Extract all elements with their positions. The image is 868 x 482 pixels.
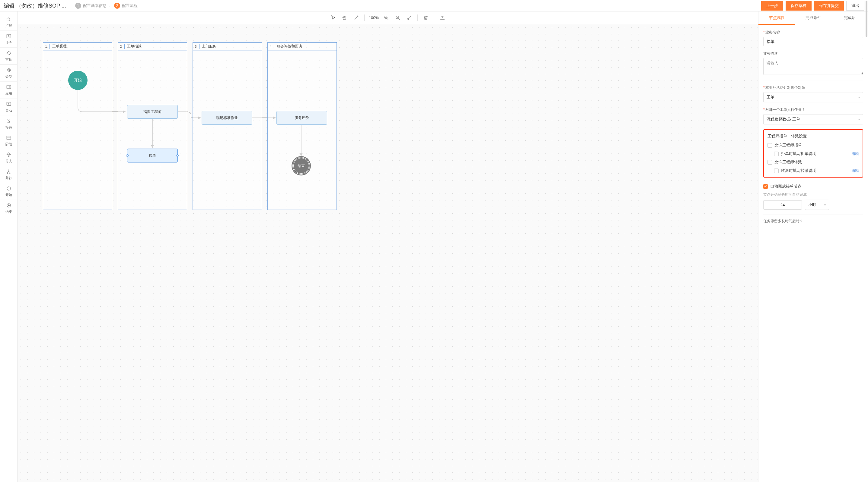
tool-business[interactable]: 业务: [0, 31, 17, 48]
page-title: 编辑 （勿改）维修SOP ...: [4, 2, 66, 9]
stage-icon: [6, 135, 12, 141]
auto-complete-row[interactable]: 自动完成接单节点: [763, 184, 863, 189]
lane-4[interactable]: 4服务评级和回访: [268, 42, 337, 210]
canvas-area: 100%: [18, 11, 758, 482]
auto-icon: [6, 101, 12, 107]
lane-1[interactable]: 1工单受理: [43, 42, 112, 210]
tool-parallel[interactable]: 并行: [0, 166, 17, 183]
zoom-level: 100%: [368, 16, 380, 20]
circle-dot-icon: [6, 202, 12, 208]
tab-node-props[interactable]: 节点属性: [758, 11, 795, 25]
svg-point-8: [8, 205, 9, 206]
tool-approve[interactable]: 审批: [0, 48, 17, 65]
circle-icon: [6, 185, 12, 191]
chevron-down-icon: ▾: [858, 96, 860, 99]
svg-point-6: [7, 187, 10, 190]
prev-step-button[interactable]: 上一步: [761, 1, 783, 10]
step-2[interactable]: 2 配置流程: [114, 3, 137, 9]
allow-transfer-checkbox[interactable]: [768, 160, 772, 164]
fit-screen-button[interactable]: [404, 13, 414, 23]
tool-auto[interactable]: 自动: [0, 98, 17, 115]
main: 扩展 业务 审批 会签 应用 自动 等待 阶段: [0, 11, 868, 482]
exit-button[interactable]: 退出: [846, 1, 864, 10]
save-draft-button[interactable]: 保存草稿: [785, 1, 812, 10]
reject-note-checkbox[interactable]: [774, 152, 779, 156]
tool-extend[interactable]: 扩展: [0, 14, 17, 31]
user-card-icon: [6, 33, 12, 39]
tool-app[interactable]: 应用: [0, 82, 17, 98]
svg-point-1: [8, 35, 9, 36]
auto-complete-checkbox[interactable]: [763, 184, 768, 189]
lane-2[interactable]: 2工单指派: [118, 42, 187, 210]
pointer-tool[interactable]: [328, 13, 338, 23]
field-biz-name: *业务名称: [763, 30, 863, 46]
chevron-down-icon: ▾: [858, 118, 860, 121]
reject-transfer-settings: 工程师拒单、转派设置 允许工程师拒单 拒单时填写拒单说明 编辑 允许工程师转派: [763, 129, 863, 178]
tool-branch[interactable]: 分支: [0, 149, 17, 166]
toolbox: 扩展 业务 审批 会签 应用 自动 等待 阶段: [0, 11, 18, 482]
delete-button[interactable]: [421, 13, 431, 23]
transfer-note-edit-link[interactable]: 编辑: [852, 168, 859, 173]
node-assign-engineer[interactable]: 指派工程师: [127, 105, 178, 119]
properties-panel: 节点属性 完成条件 完成后 *业务名称 业务描述 *本业务活动针对哪个对象 工单…: [758, 11, 868, 482]
svg-rect-3: [7, 102, 11, 106]
field-biz-desc: 业务描述: [763, 51, 863, 76]
swimlanes: 1工单受理 2工单指派 3上门服务 4服务评级和回访: [43, 42, 337, 210]
svg-rect-5: [7, 136, 11, 140]
transfer-note-checkbox[interactable]: [774, 169, 779, 173]
which-order-select[interactable]: 流程发起数据/ 工单 ▾: [763, 114, 863, 124]
node-start[interactable]: 开始: [68, 71, 88, 90]
puzzle-icon: [6, 16, 12, 22]
auto-complete-unit-select[interactable]: 小时 ▾: [805, 200, 829, 210]
step-2-num: 2: [114, 3, 120, 9]
tab-complete-cond[interactable]: 完成条件: [795, 11, 832, 25]
node-accept-order[interactable]: 接单: [127, 149, 178, 162]
connector-tool[interactable]: [351, 13, 361, 23]
reject-note-edit-link[interactable]: 编辑: [852, 151, 859, 156]
branch-icon: [6, 152, 12, 158]
svg-point-9: [354, 19, 355, 20]
svg-point-4: [8, 103, 9, 104]
export-button[interactable]: [437, 13, 447, 23]
lane-3[interactable]: 3上门服务: [192, 42, 262, 210]
biz-name-input[interactable]: [763, 37, 863, 46]
hand-tool[interactable]: [340, 13, 350, 23]
tool-countersign[interactable]: 会签: [0, 65, 17, 82]
canvas[interactable]: 1工单受理 2工单指派 3上门服务 4服务评级和回访 开始 指派工程师 接单 现…: [18, 24, 758, 482]
tool-wait[interactable]: 等待: [0, 115, 17, 132]
node-end[interactable]: 结束: [292, 157, 310, 175]
tool-end[interactable]: 结束: [0, 200, 17, 216]
parallel-icon: [6, 169, 12, 175]
step-dots: . .: [109, 4, 112, 7]
tab-after-complete[interactable]: 完成后: [832, 11, 868, 25]
target-object-select[interactable]: 工单 ▾: [763, 92, 863, 102]
tool-stage[interactable]: 阶段: [0, 132, 17, 149]
save-submit-button[interactable]: 保存并提交: [814, 1, 844, 10]
panel-scrollbar[interactable]: [866, 1, 867, 37]
panel-tabs: 节点属性 完成条件 完成后: [758, 11, 868, 25]
auto-complete-value[interactable]: [763, 200, 802, 210]
header: 编辑 （勿改）维修SOP ... 1 配置基本信息 . . 2 配置流程 上一步…: [0, 0, 868, 11]
hourglass-icon: [6, 118, 12, 124]
allow-reject-row[interactable]: 允许工程师拒单: [768, 143, 859, 148]
transfer-note-row: 转派时填写转派说明 编辑: [768, 168, 859, 173]
field-which-order: *对哪一个工单执行任务？ 流程发起数据/ 工单 ▾: [763, 107, 863, 124]
canvas-toolbar: 100%: [18, 11, 758, 24]
step-indicator: 1 配置基本信息 . . 2 配置流程: [75, 3, 761, 9]
arrow-box-icon: [6, 84, 12, 90]
double-diamond-icon: [6, 67, 12, 73]
node-service-rating[interactable]: 服务评价: [276, 111, 327, 125]
zoom-in-button[interactable]: [381, 13, 392, 23]
tool-start[interactable]: 开始: [0, 183, 17, 200]
chevron-down-icon: ▾: [824, 203, 826, 207]
allow-transfer-row[interactable]: 允许工程师转派: [768, 159, 859, 165]
node-onsite-work[interactable]: 现场标准作业: [202, 111, 252, 125]
step-1[interactable]: 1 配置基本信息: [75, 3, 106, 9]
diamond-icon: [6, 50, 12, 56]
step-1-label: 配置基本信息: [83, 3, 106, 8]
auto-complete-hint: 节点开始多长时间自动完成: [763, 192, 863, 197]
zoom-out-button[interactable]: [393, 13, 403, 23]
biz-desc-input[interactable]: [763, 58, 863, 75]
header-actions: 上一步 保存草稿 保存并提交 退出: [761, 1, 864, 10]
allow-reject-checkbox[interactable]: [768, 143, 772, 148]
